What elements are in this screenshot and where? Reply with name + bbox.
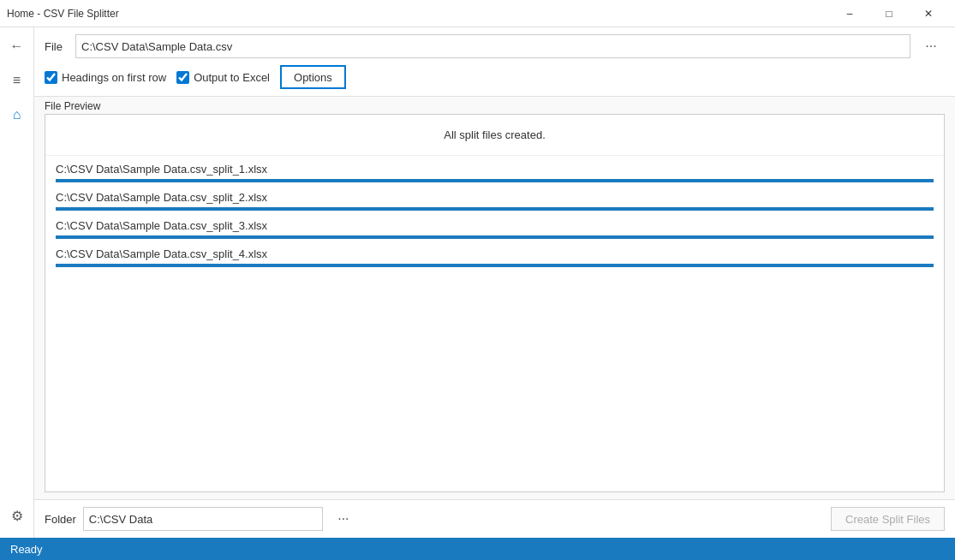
folder-label: Folder [45, 513, 76, 526]
file-result-4: C:\CSV Data\Sample Data.csv_split_4.xlsx [45, 241, 944, 269]
home-button[interactable]: ⌂ [2, 99, 33, 130]
menu-button[interactable]: ≡ [2, 65, 33, 96]
main-content: File ··· Headings on first row Output to… [34, 27, 955, 538]
progress-bar-2 [56, 207, 934, 211]
progress-bar-1 [56, 179, 934, 182]
app-title: Home - CSV File Splitter [7, 8, 119, 20]
status-bar: Ready [0, 538, 955, 560]
file-result-name-4: C:\CSV Data\Sample Data.csv_split_4.xlsx [56, 247, 934, 260]
file-result-3: C:\CSV Data\Sample Data.csv_split_3.xlsx [45, 212, 944, 241]
file-label: File [45, 40, 69, 53]
back-button[interactable]: ← [2, 31, 33, 62]
file-result-name-3: C:\CSV Data\Sample Data.csv_split_3.xlsx [56, 219, 934, 232]
file-result-1: C:\CSV Data\Sample Data.csv_split_1.xlsx [45, 156, 944, 184]
home-icon: ⌂ [13, 107, 21, 122]
file-result-name-1: C:\CSV Data\Sample Data.csv_split_1.xlsx [56, 163, 934, 176]
output-label: Output to Excel [194, 71, 270, 84]
preview-status: All split files created. [45, 115, 944, 156]
progress-bar-4 [56, 264, 934, 267]
options-button[interactable]: Options [280, 65, 346, 89]
folder-more-button[interactable]: ··· [330, 507, 357, 531]
file-more-button[interactable]: ··· [917, 34, 945, 58]
app-body: ← ≡ ⌂ ⚙ File ··· Headings on first [0, 27, 955, 538]
output-checkbox[interactable] [176, 71, 189, 84]
preview-container[interactable]: All split files created. C:\CSV Data\Sam… [45, 114, 945, 492]
window-controls: – □ ✕ [830, 0, 948, 27]
preview-label: File Preview [34, 97, 955, 114]
file-row: File ··· [45, 34, 945, 58]
gear-icon: ⚙ [11, 508, 23, 524]
headings-checkbox[interactable] [45, 71, 57, 84]
progress-bar-3 [56, 235, 934, 239]
file-result-name-2: C:\CSV Data\Sample Data.csv_split_2.xlsx [56, 191, 934, 204]
close-button[interactable]: ✕ [909, 0, 948, 27]
minimize-button[interactable]: – [830, 0, 869, 27]
file-result-2: C:\CSV Data\Sample Data.csv_split_2.xlsx [45, 184, 944, 212]
folder-path-input[interactable] [83, 507, 323, 531]
settings-button[interactable]: ⚙ [2, 500, 33, 531]
headings-label: Headings on first row [62, 71, 166, 84]
file-path-input[interactable] [75, 34, 910, 58]
maximize-button[interactable]: □ [869, 0, 909, 27]
status-text: Ready [10, 543, 43, 556]
title-bar: Home - CSV File Splitter – □ ✕ [0, 0, 955, 27]
toolbar: File ··· Headings on first row Output to… [34, 27, 955, 97]
back-icon: ← [10, 39, 24, 54]
create-split-files-button[interactable]: Create Split Files [831, 507, 945, 531]
sidebar-bottom: ⚙ [2, 500, 33, 531]
options-row: Headings on first row Output to Excel Op… [45, 65, 945, 89]
headings-checkbox-wrap[interactable]: Headings on first row [45, 71, 166, 84]
bottom-bar: Folder ··· Create Split Files [34, 499, 955, 538]
output-checkbox-wrap[interactable]: Output to Excel [176, 71, 270, 84]
sidebar: ← ≡ ⌂ ⚙ [0, 27, 34, 538]
menu-icon: ≡ [13, 73, 21, 88]
